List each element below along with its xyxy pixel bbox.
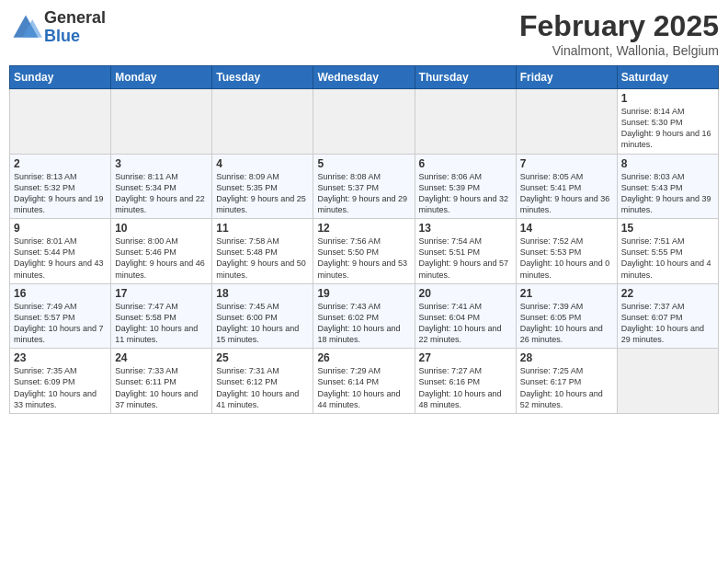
day-number: 1 xyxy=(621,92,714,105)
day-number: 9 xyxy=(14,222,107,235)
calendar-location: Vinalmont, Wallonia, Belgium xyxy=(519,43,719,58)
calendar-cell: 17Sunrise: 7:47 AM Sunset: 5:58 PM Dayli… xyxy=(111,283,212,349)
day-info: Sunrise: 7:33 AM Sunset: 6:11 PM Dayligh… xyxy=(115,365,208,410)
day-number: 27 xyxy=(419,351,512,364)
calendar-cell xyxy=(212,89,313,155)
calendar-cell xyxy=(111,89,212,155)
calendar-cell: 12Sunrise: 7:56 AM Sunset: 5:50 PM Dayli… xyxy=(313,219,415,284)
day-number: 18 xyxy=(216,287,309,300)
calendar-cell xyxy=(415,89,516,155)
day-info: Sunrise: 7:49 AM Sunset: 5:57 PM Dayligh… xyxy=(14,301,107,346)
day-number: 23 xyxy=(14,351,107,364)
weekday-header-monday: Monday xyxy=(111,66,212,89)
day-info: Sunrise: 7:54 AM Sunset: 5:51 PM Dayligh… xyxy=(419,236,512,281)
calendar-cell: 4Sunrise: 8:09 AM Sunset: 5:35 PM Daylig… xyxy=(212,154,313,219)
calendar-cell xyxy=(617,349,718,414)
weekday-header-row: SundayMondayTuesdayWednesdayThursdayFrid… xyxy=(10,66,719,89)
day-number: 25 xyxy=(216,351,309,364)
day-info: Sunrise: 8:08 AM Sunset: 5:37 PM Dayligh… xyxy=(317,171,410,216)
calendar-cell: 22Sunrise: 7:37 AM Sunset: 6:07 PM Dayli… xyxy=(617,283,718,349)
calendar-cell: 11Sunrise: 7:58 AM Sunset: 5:48 PM Dayli… xyxy=(212,219,313,284)
day-number: 7 xyxy=(520,157,613,170)
week-row-4: 16Sunrise: 7:49 AM Sunset: 5:57 PM Dayli… xyxy=(10,283,719,349)
day-info: Sunrise: 7:56 AM Sunset: 5:50 PM Dayligh… xyxy=(317,236,410,281)
day-number: 16 xyxy=(14,287,107,300)
day-info: Sunrise: 8:11 AM Sunset: 5:34 PM Dayligh… xyxy=(115,171,208,216)
calendar-cell: 24Sunrise: 7:33 AM Sunset: 6:11 PM Dayli… xyxy=(111,349,212,414)
day-info: Sunrise: 8:03 AM Sunset: 5:43 PM Dayligh… xyxy=(621,171,714,216)
week-row-1: 1Sunrise: 8:14 AM Sunset: 5:30 PM Daylig… xyxy=(10,89,719,155)
weekday-header-sunday: Sunday xyxy=(10,66,111,89)
day-info: Sunrise: 7:25 AM Sunset: 6:17 PM Dayligh… xyxy=(520,365,613,410)
calendar-cell: 1Sunrise: 8:14 AM Sunset: 5:30 PM Daylig… xyxy=(617,89,718,155)
day-number: 24 xyxy=(115,351,208,364)
day-info: Sunrise: 8:06 AM Sunset: 5:39 PM Dayligh… xyxy=(419,171,512,216)
weekday-header-thursday: Thursday xyxy=(415,66,516,89)
day-number: 5 xyxy=(317,157,410,170)
calendar-cell: 23Sunrise: 7:35 AM Sunset: 6:09 PM Dayli… xyxy=(10,349,111,414)
day-info: Sunrise: 7:43 AM Sunset: 6:02 PM Dayligh… xyxy=(317,301,410,346)
day-info: Sunrise: 7:31 AM Sunset: 6:12 PM Dayligh… xyxy=(216,365,309,410)
calendar-cell: 7Sunrise: 8:05 AM Sunset: 5:41 PM Daylig… xyxy=(516,154,617,219)
day-number: 4 xyxy=(216,157,309,170)
day-number: 19 xyxy=(317,287,410,300)
logo: General Blue xyxy=(9,9,106,46)
day-number: 11 xyxy=(216,222,309,235)
day-number: 15 xyxy=(621,222,714,235)
calendar-cell: 9Sunrise: 8:01 AM Sunset: 5:44 PM Daylig… xyxy=(10,219,111,284)
day-info: Sunrise: 8:00 AM Sunset: 5:46 PM Dayligh… xyxy=(115,236,208,281)
day-number: 17 xyxy=(115,287,208,300)
day-info: Sunrise: 7:51 AM Sunset: 5:55 PM Dayligh… xyxy=(621,236,714,281)
calendar-cell: 10Sunrise: 8:00 AM Sunset: 5:46 PM Dayli… xyxy=(111,219,212,284)
day-number: 10 xyxy=(115,222,208,235)
day-number: 14 xyxy=(520,222,613,235)
calendar-cell: 13Sunrise: 7:54 AM Sunset: 5:51 PM Dayli… xyxy=(415,219,516,284)
calendar-cell xyxy=(516,89,617,155)
day-info: Sunrise: 7:52 AM Sunset: 5:53 PM Dayligh… xyxy=(520,236,613,281)
weekday-header-wednesday: Wednesday xyxy=(313,66,415,89)
day-info: Sunrise: 7:39 AM Sunset: 6:05 PM Dayligh… xyxy=(520,301,613,346)
calendar-cell: 21Sunrise: 7:39 AM Sunset: 6:05 PM Dayli… xyxy=(516,283,617,349)
day-info: Sunrise: 8:09 AM Sunset: 5:35 PM Dayligh… xyxy=(216,171,309,216)
day-info: Sunrise: 7:45 AM Sunset: 6:00 PM Dayligh… xyxy=(216,301,309,346)
calendar-cell: 5Sunrise: 8:08 AM Sunset: 5:37 PM Daylig… xyxy=(313,154,415,219)
weekday-header-friday: Friday xyxy=(516,66,617,89)
day-info: Sunrise: 7:37 AM Sunset: 6:07 PM Dayligh… xyxy=(621,301,714,346)
title-block: February 2025 Vinalmont, Wallonia, Belgi… xyxy=(519,9,719,58)
day-info: Sunrise: 7:29 AM Sunset: 6:14 PM Dayligh… xyxy=(317,365,410,410)
day-info: Sunrise: 7:47 AM Sunset: 5:58 PM Dayligh… xyxy=(115,301,208,346)
logo-general-text: General xyxy=(44,9,106,28)
calendar-cell: 28Sunrise: 7:25 AM Sunset: 6:17 PM Dayli… xyxy=(516,349,617,414)
weekday-header-tuesday: Tuesday xyxy=(212,66,313,89)
day-number: 12 xyxy=(317,222,410,235)
week-row-5: 23Sunrise: 7:35 AM Sunset: 6:09 PM Dayli… xyxy=(10,349,719,414)
calendar-cell: 8Sunrise: 8:03 AM Sunset: 5:43 PM Daylig… xyxy=(617,154,718,219)
calendar-table: SundayMondayTuesdayWednesdayThursdayFrid… xyxy=(9,65,719,414)
day-info: Sunrise: 7:27 AM Sunset: 6:16 PM Dayligh… xyxy=(419,365,512,410)
day-info: Sunrise: 8:13 AM Sunset: 5:32 PM Dayligh… xyxy=(14,171,107,216)
calendar-cell: 27Sunrise: 7:27 AM Sunset: 6:16 PM Dayli… xyxy=(415,349,516,414)
day-number: 28 xyxy=(520,351,613,364)
calendar-cell: 18Sunrise: 7:45 AM Sunset: 6:00 PM Dayli… xyxy=(212,283,313,349)
day-info: Sunrise: 8:14 AM Sunset: 5:30 PM Dayligh… xyxy=(621,106,714,151)
day-number: 26 xyxy=(317,351,410,364)
day-info: Sunrise: 8:01 AM Sunset: 5:44 PM Dayligh… xyxy=(14,236,107,281)
logo-icon xyxy=(9,11,42,44)
page-header: General Blue February 2025 Vinalmont, Wa… xyxy=(9,9,719,58)
day-info: Sunrise: 7:58 AM Sunset: 5:48 PM Dayligh… xyxy=(216,236,309,281)
calendar-cell: 26Sunrise: 7:29 AM Sunset: 6:14 PM Dayli… xyxy=(313,349,415,414)
day-info: Sunrise: 7:41 AM Sunset: 6:04 PM Dayligh… xyxy=(419,301,512,346)
calendar-cell: 16Sunrise: 7:49 AM Sunset: 5:57 PM Dayli… xyxy=(10,283,111,349)
day-number: 2 xyxy=(14,157,107,170)
calendar-cell: 3Sunrise: 8:11 AM Sunset: 5:34 PM Daylig… xyxy=(111,154,212,219)
day-number: 20 xyxy=(419,287,512,300)
calendar-cell xyxy=(10,89,111,155)
weekday-header-saturday: Saturday xyxy=(617,66,718,89)
day-number: 21 xyxy=(520,287,613,300)
week-row-2: 2Sunrise: 8:13 AM Sunset: 5:32 PM Daylig… xyxy=(10,154,719,219)
calendar-cell: 15Sunrise: 7:51 AM Sunset: 5:55 PM Dayli… xyxy=(617,219,718,284)
calendar-cell: 14Sunrise: 7:52 AM Sunset: 5:53 PM Dayli… xyxy=(516,219,617,284)
logo-blue-text: Blue xyxy=(44,28,106,46)
week-row-3: 9Sunrise: 8:01 AM Sunset: 5:44 PM Daylig… xyxy=(10,219,719,284)
day-number: 6 xyxy=(419,157,512,170)
